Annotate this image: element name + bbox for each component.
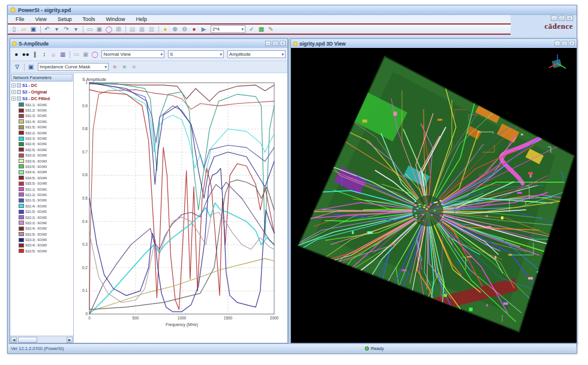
parameter-list-item[interactable]: S3[3,5] - SO(M3: [11, 164, 73, 169]
chevron-down-icon[interactable]: ▾: [104, 65, 107, 70]
curve-gray-icon[interactable]: ≈: [130, 63, 139, 71]
parameter-list-item[interactable]: S3[2,5] - SO(M2: [11, 147, 73, 152]
tree-network-item[interactable]: +S3 -DC Fitted: [11, 95, 73, 102]
chevron-down-icon[interactable]: ▾: [281, 52, 284, 57]
tree-network-item[interactable]: +S1 -DC: [11, 82, 73, 89]
scrollbar-track[interactable]: [17, 337, 67, 343]
view3d-title-bar[interactable]: sigrity.spd 3D View –□×: [291, 39, 577, 48]
parameter-list-item[interactable]: S2[3,4] - SO(M3: [11, 243, 73, 248]
parameter-list-item[interactable]: S2[1,5] - SO(M1: [11, 209, 73, 214]
close-icon[interactable]: ×: [280, 41, 286, 46]
tree-network-item[interactable]: +S2 -Original: [11, 89, 73, 95]
pan-view-icon[interactable]: ▣: [81, 50, 90, 59]
mask-check-icon[interactable]: ▣: [26, 63, 35, 71]
parameter-list-item[interactable]: S3[1,4] - SO(M1: [11, 119, 73, 124]
zoom-out-icon[interactable]: ⊖: [180, 25, 189, 34]
expander-icon[interactable]: +: [11, 96, 16, 101]
parameter-list-item[interactable]: S2[3,3] - SO(M3: [11, 237, 73, 242]
maximize-icon[interactable]: □: [562, 41, 568, 46]
parameter-list-item[interactable]: S3[2,4] - SO(M2: [11, 141, 73, 147]
single-curve-icon[interactable]: ●: [12, 50, 21, 59]
undo-dropdown-icon[interactable]: ▾: [52, 25, 61, 34]
parameter-type-combo[interactable]: S▾: [168, 50, 224, 58]
chevron-down-icon[interactable]: ▾: [161, 52, 163, 57]
menu-item-help[interactable]: Help: [130, 16, 152, 22]
scroll-left-icon[interactable]: ◀: [11, 337, 17, 343]
grid-layers-icon[interactable]: ▦: [59, 50, 68, 59]
split-vertical-icon[interactable]: ∥: [31, 50, 40, 59]
minimize-icon[interactable]: –: [551, 16, 557, 21]
parameter-list-item[interactable]: S3[3,3] - SO(M3: [11, 153, 73, 158]
display-mode-combo[interactable]: Amplitude▾: [227, 50, 286, 58]
simulate-icon[interactable]: ●: [161, 25, 170, 34]
menu-item-file[interactable]: File: [10, 16, 30, 22]
parameter-list-item[interactable]: S3[1,1] - SO(M1: [11, 102, 73, 107]
tree-horizontal-scrollbar[interactable]: ◀ ▶: [10, 336, 73, 343]
menu-item-setup[interactable]: Setup: [52, 16, 77, 22]
parameter-list-item[interactable]: S2[2,4] - SO(M2: [11, 226, 73, 231]
chevron-down-icon[interactable]: ▾: [220, 52, 223, 57]
parameter-list-item[interactable]: S2[2,3] - SO(M2: [11, 220, 73, 225]
parameter-list-item[interactable]: S3[1,5] - SO(M1: [11, 125, 73, 130]
maximize-icon[interactable]: □: [559, 16, 565, 21]
maximize-icon[interactable]: □: [272, 41, 278, 46]
report-icon[interactable]: ▥: [147, 25, 156, 34]
window-select-icon[interactable]: ▣: [95, 25, 104, 34]
scrollbar-thumb[interactable]: [18, 337, 37, 343]
rect-zoom-icon[interactable]: ▭: [72, 50, 81, 59]
check-icon[interactable]: ✓: [247, 25, 256, 34]
parameter-list-item[interactable]: S3[2,2] - SO(M2: [11, 130, 73, 135]
save-icon[interactable]: ▣: [29, 25, 38, 34]
select-rect-icon[interactable]: ▭: [85, 25, 94, 34]
menu-item-tools[interactable]: Tools: [77, 16, 100, 22]
s-amplitude-title-bar[interactable]: S-Amplitude –□×: [10, 39, 287, 48]
parameter-list-item[interactable]: S2[2,2] - SO(M2: [11, 215, 73, 220]
parameter-list-item[interactable]: S3[1,2] - SO(M1: [11, 107, 73, 113]
menu-item-window[interactable]: Window: [100, 16, 130, 22]
new-icon[interactable]: ▯: [10, 25, 19, 34]
curve-red-icon[interactable]: ≈: [110, 63, 119, 71]
undo-icon[interactable]: ↶: [43, 25, 52, 34]
redo-dropdown-icon[interactable]: ▾: [71, 25, 80, 34]
zoom-in-icon[interactable]: ⊕: [170, 25, 179, 34]
parameter-list-item[interactable]: S2[2,5] - SO(M2: [11, 231, 73, 237]
home-view-icon[interactable]: ⌂: [49, 50, 58, 59]
menu-item-view[interactable]: View: [30, 16, 52, 22]
minimize-icon[interactable]: –: [265, 41, 271, 46]
marker-icon[interactable]: ●: [190, 25, 199, 34]
tile-icon[interactable]: ▦: [137, 25, 146, 34]
impedance-curve-mask-combo[interactable]: Impedance Curve Mask▾: [38, 63, 109, 71]
edit-icon[interactable]: ✎: [266, 25, 275, 34]
expander-icon[interactable]: +: [11, 83, 16, 88]
scroll-right-icon[interactable]: ▶: [67, 337, 73, 343]
close-icon[interactable]: ×: [566, 16, 573, 21]
parameter-list-item[interactable]: S3[4,4] - SO(M4: [11, 170, 73, 175]
split-updown-icon[interactable]: ↕: [40, 50, 49, 59]
dual-curve-icon[interactable]: ●●: [22, 50, 31, 59]
cascade-icon[interactable]: ▤: [128, 25, 137, 34]
pcb-3d-canvas[interactable]: [291, 48, 577, 343]
redo-icon[interactable]: ↷: [62, 25, 71, 34]
parameter-list-item[interactable]: S2[1,1] - SO(M1: [11, 186, 73, 192]
chevron-down-icon[interactable]: ▾: [241, 27, 244, 32]
circle-select-icon[interactable]: ◯: [104, 25, 113, 34]
minimize-icon[interactable]: –: [554, 41, 560, 46]
parameter-list-item[interactable]: S2[3,5] - SO(M3: [11, 248, 73, 254]
parameter-list-item[interactable]: S3[4,5] - SO(M4: [11, 175, 73, 180]
open-icon[interactable]: ▱: [19, 25, 28, 34]
expander-icon[interactable]: +: [11, 90, 16, 94]
curve-green-icon[interactable]: ≈: [120, 63, 129, 71]
parameter-list-item[interactable]: S2[1,3] - SO(M1: [11, 198, 73, 203]
parameter-list-item[interactable]: S2[1,2] - SO(M1: [11, 192, 73, 197]
parameter-list-item[interactable]: S3[1,3] - SO(M1: [11, 113, 73, 119]
zone-combo[interactable]: 2*4▾: [211, 25, 245, 33]
layers-3d-icon[interactable]: ▩: [257, 25, 266, 34]
filter-icon[interactable]: ∇: [13, 63, 22, 71]
parameter-list-item[interactable]: S3[3,4] - SO(M3: [11, 158, 73, 164]
circle-mask-icon[interactable]: ◯: [91, 50, 100, 59]
title-bar[interactable]: PowerSI - sigrity.spd: [8, 5, 577, 15]
run-icon[interactable]: ▶: [199, 25, 208, 34]
parameter-list-item[interactable]: S3[2,3] - SO(M2: [11, 135, 73, 141]
parameter-list-item[interactable]: S2[1,4] - SO(M1: [11, 203, 73, 209]
close-icon[interactable]: ×: [569, 41, 575, 46]
